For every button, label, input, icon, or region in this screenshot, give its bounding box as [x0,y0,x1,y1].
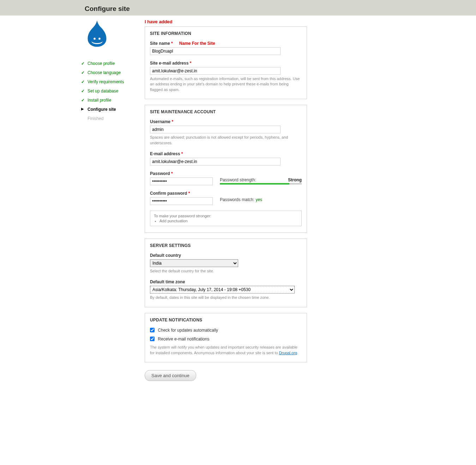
step-finished: Finished [81,114,141,123]
check-icon: ✓ [81,70,85,75]
page-title: Configure site [85,5,476,13]
step-install-profile: ✓Install profile [81,96,141,105]
fieldset-site-information: SITE INFORMATION Site name *Name For the… [145,26,307,99]
password-input[interactable] [150,177,213,185]
check-icon: ✓ [81,89,85,93]
label-site-email: Site e-mail address * [150,61,302,66]
legend-maintenance: SITE MAINTENANCE ACCOUNT [150,109,302,114]
step-set-up-database: ✓Set up database [81,86,141,96]
label-default-timezone: Default time zone [150,279,302,284]
field-receive-email: Receive e-mail notifications [150,336,302,342]
label-receive-email[interactable]: Receive e-mail notifications [158,336,209,341]
step-choose-language: ✓Choose language [81,68,141,77]
label-site-name: Site name *Name For the Site [150,41,302,46]
step-verify-requirements: ✓Verify requirements [81,77,141,86]
site-email-input[interactable] [150,67,281,75]
label-check-updates[interactable]: Check for updates automatically [158,328,218,333]
label-email: E-mail address * [150,151,302,156]
password-match-indicator: Passwords match: yes [220,197,262,202]
step-configure-site: ▶Configure site [81,105,141,114]
check-updates-checkbox[interactable] [150,328,155,332]
field-default-country: Default country India Select the default… [150,253,302,274]
fieldset-maintenance-account: SITE MAINTENANCE ACCOUNT Username * Spac… [145,105,307,233]
legend-updates: UPDATE NOTIFICATIONS [150,318,302,322]
label-confirm-password: Confirm password * [150,191,302,196]
confirm-password-input[interactable] [150,197,213,205]
desc-default-country: Select the default country for the site. [150,268,302,274]
default-timezone-select[interactable]: Asia/Kolkata: Thursday, July 17, 2014 - … [150,286,295,294]
sidebar: ✓Choose profile ✓Choose language ✓Verify… [81,16,141,392]
label-default-country: Default country [150,253,302,258]
annotation-top: I have added [145,19,307,24]
field-default-timezone: Default time zone Asia/Kolkata: Thursday… [150,279,302,300]
legend-site-information: SITE INFORMATION [150,31,302,36]
field-check-updates: Check for updates automatically [150,327,302,333]
field-site-name: Site name *Name For the Site [150,41,302,55]
drupal-org-link[interactable]: Drupal.org [279,351,297,355]
drupal-logo-icon [85,19,141,48]
arrow-right-icon: ▶ [81,107,84,111]
page-header: Configure site [0,0,476,16]
field-confirm-password: Confirm password * Passwords match: yes [150,191,302,205]
annotation-site-name: Name For the Site [179,41,215,46]
svg-point-1 [92,39,103,43]
check-icon: ✓ [81,98,85,103]
save-and-continue-button[interactable]: Save and continue [145,370,196,381]
username-input[interactable] [150,126,281,133]
install-steps: ✓Choose profile ✓Choose language ✓Verify… [81,59,141,123]
main-form: I have added SITE INFORMATION Site name … [141,16,307,392]
field-password: Password * Password strength: Strong [150,171,302,185]
check-icon: ✓ [81,79,85,84]
label-username: Username * [150,119,302,124]
desc-site-email: Automated e-mails, such as registration … [150,76,302,92]
default-country-select[interactable]: India [150,259,238,267]
desc-default-timezone: By default, dates in this site will be d… [150,295,302,300]
field-username: Username * Spaces are allowed; punctuati… [150,119,302,146]
receive-email-checkbox[interactable] [150,337,155,341]
check-icon: ✓ [81,61,85,66]
fieldset-update-notifications: UPDATE NOTIFICATIONS Check for updates a… [145,313,307,362]
desc-updates: The system will notify you when updates … [150,345,302,356]
svg-point-2 [94,38,96,40]
field-email: E-mail address * [150,151,302,165]
fieldset-server-settings: SERVER SETTINGS Default country India Se… [145,238,307,307]
email-input[interactable] [150,158,281,165]
password-strength-meter: Password strength: Strong [220,177,302,185]
label-password: Password * [150,171,302,176]
step-choose-profile: ✓Choose profile [81,59,141,68]
svg-point-3 [98,38,101,40]
legend-server: SERVER SETTINGS [150,243,302,248]
password-tips: To make your password stronger: Add punc… [150,211,302,226]
desc-username: Spaces are allowed; punctuation is not a… [150,135,302,146]
field-site-email: Site e-mail address * Automated e-mails,… [150,61,302,92]
site-name-input[interactable] [150,47,281,55]
